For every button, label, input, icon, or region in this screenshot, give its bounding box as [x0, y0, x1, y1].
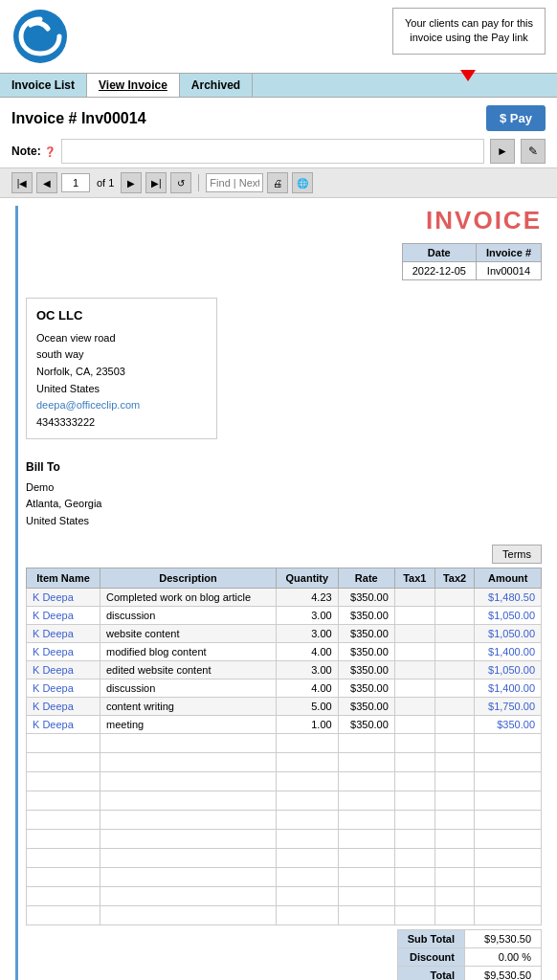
note-input[interactable]: [61, 139, 484, 164]
company-email: deepa@officeclip.com: [36, 397, 207, 414]
terms-row: Terms: [26, 545, 542, 564]
first-page-button[interactable]: |◀: [11, 172, 33, 193]
terms-button[interactable]: Terms: [492, 545, 542, 564]
page-of-label: of 1: [97, 177, 114, 189]
send-button[interactable]: ►: [490, 139, 515, 164]
page-number-input[interactable]: [61, 173, 90, 192]
cell-tax2: [434, 607, 475, 625]
cell-desc: meeting: [100, 716, 277, 734]
cell-tax1: [394, 643, 434, 661]
cell-qty: 1.00: [277, 716, 339, 734]
table-empty-row: [27, 811, 542, 830]
page-title: Invoice # Inv00014: [11, 110, 146, 127]
cell-desc: edited website content: [100, 661, 277, 679]
cell-rate: $350.00: [338, 716, 394, 734]
cell-desc: Completed work on blog article: [100, 589, 277, 607]
table-empty-row: [27, 868, 542, 887]
cell-amount: $1,050.00: [475, 625, 542, 643]
table-header-row: Item Name Description Quantity Rate Tax1…: [27, 568, 542, 589]
print-button[interactable]: 🖨: [267, 172, 288, 193]
cell-desc: discussion: [100, 607, 277, 625]
col-amount: Amount: [475, 568, 542, 589]
table-empty-row: [27, 753, 542, 772]
company-box: OC LLC Ocean view road south way Norfolk…: [26, 298, 217, 439]
cell-tax2: [434, 661, 475, 679]
cell-tax1: [394, 625, 434, 643]
total-label: Total: [397, 967, 464, 980]
cell-tax2: [434, 679, 475, 698]
tooltip-box: Your clients can pay for this invoice us…: [392, 8, 546, 55]
subtotal-row: Sub Total $9,530.50: [397, 930, 541, 948]
invoice-area: INVOICE Date Invoice # 2022-12-05 Inv000…: [0, 198, 557, 980]
invoice-content: INVOICE Date Invoice # 2022-12-05 Inv000…: [15, 206, 542, 980]
cell-rate: $350.00: [338, 679, 394, 698]
cell-amount: $1,480.50: [475, 589, 542, 607]
cell-qty: 3.00: [277, 661, 339, 679]
table-empty-row: [27, 791, 542, 811]
col-item-name: Item Name: [27, 568, 100, 589]
cell-rate: $350.00: [338, 589, 394, 607]
totals-table: Sub Total $9,530.50 Discount 0.00 % Tota…: [397, 929, 542, 980]
discount-label: Discount: [397, 948, 464, 967]
export-button[interactable]: 🌐: [292, 172, 313, 193]
cell-desc: discussion: [100, 679, 277, 698]
col-description: Description: [100, 568, 277, 589]
cell-qty: 3.00: [277, 625, 339, 643]
info-row: OC LLC Ocean view road south way Norfolk…: [26, 298, 542, 451]
cell-tax1: [394, 589, 434, 607]
col-tax1: Tax1: [394, 568, 434, 589]
cell-qty: 4.00: [277, 679, 339, 698]
cell-amount: $1,400.00: [475, 679, 542, 698]
cell-item: K Deepa: [27, 625, 100, 643]
discount-value: 0.00 %: [465, 948, 542, 967]
cell-item: K Deepa: [27, 607, 100, 625]
cell-qty: 3.00: [277, 607, 339, 625]
subtotal-label: Sub Total: [397, 930, 464, 948]
cell-qty: 5.00: [277, 698, 339, 716]
cell-tax2: [434, 643, 475, 661]
last-page-button[interactable]: ▶|: [145, 172, 167, 193]
totals-area: Sub Total $9,530.50 Discount 0.00 % Tota…: [26, 929, 542, 980]
bill-to-label: Bill To: [26, 458, 542, 477]
company-city-state: Norfolk, CA, 23503: [36, 364, 207, 381]
cell-rate: $350.00: [338, 607, 394, 625]
table-empty-row: [27, 830, 542, 849]
company-address2: south way: [36, 346, 207, 364]
cell-item: K Deepa: [27, 643, 100, 661]
table-row: K Deepa meeting 1.00 $350.00 $350.00: [27, 716, 542, 734]
help-icon: ❓: [44, 146, 56, 157]
tab-invoice-list[interactable]: Invoice List: [0, 74, 87, 97]
cell-desc: content writing: [100, 698, 277, 716]
cell-tax2: [434, 716, 475, 734]
refresh-button[interactable]: ↺: [170, 172, 191, 193]
cell-tax1: [394, 716, 434, 734]
header: Your clients can pay for this invoice us…: [0, 0, 557, 73]
toolbar: |◀ ◀ of 1 ▶ ▶| ↺ 🖨 🌐: [0, 167, 557, 198]
edit-button[interactable]: ✎: [521, 139, 546, 164]
logo-icon: [11, 8, 69, 65]
tooltip-arrow: [460, 70, 476, 81]
table-row: K Deepa discussion 3.00 $350.00 $1,050.0…: [27, 607, 542, 625]
table-row: K Deepa website content 3.00 $350.00 $1,…: [27, 625, 542, 643]
find-input[interactable]: [206, 173, 263, 192]
invoice-meta: INVOICE Date Invoice # 2022-12-05 Inv000…: [402, 206, 542, 292]
invoice-title-text: INVOICE: [426, 206, 542, 235]
cell-amount: $1,400.00: [475, 643, 542, 661]
tooltip-text: Your clients can pay for this invoice us…: [405, 17, 533, 43]
bill-to: Bill To Demo Atlanta, Georgia United Sta…: [26, 458, 542, 529]
table-row: K Deepa discussion 4.00 $350.00 $1,400.0…: [27, 679, 542, 698]
cell-item: K Deepa: [27, 661, 100, 679]
tab-archived[interactable]: Archived: [180, 74, 253, 97]
cell-amount: $1,750.00: [475, 698, 542, 716]
subtotal-value: $9,530.50: [465, 930, 542, 948]
tab-view-invoice[interactable]: View Invoice: [87, 74, 180, 97]
cell-qty: 4.23: [277, 589, 339, 607]
pay-button[interactable]: $ Pay: [486, 105, 546, 131]
prev-page-button[interactable]: ◀: [36, 172, 57, 193]
next-page-button[interactable]: ▶: [121, 172, 142, 193]
cell-item: K Deepa: [27, 589, 100, 607]
cell-item: K Deepa: [27, 698, 100, 716]
cell-tax1: [394, 607, 434, 625]
col-rate: Rate: [338, 568, 394, 589]
cell-amount: $1,050.00: [475, 607, 542, 625]
